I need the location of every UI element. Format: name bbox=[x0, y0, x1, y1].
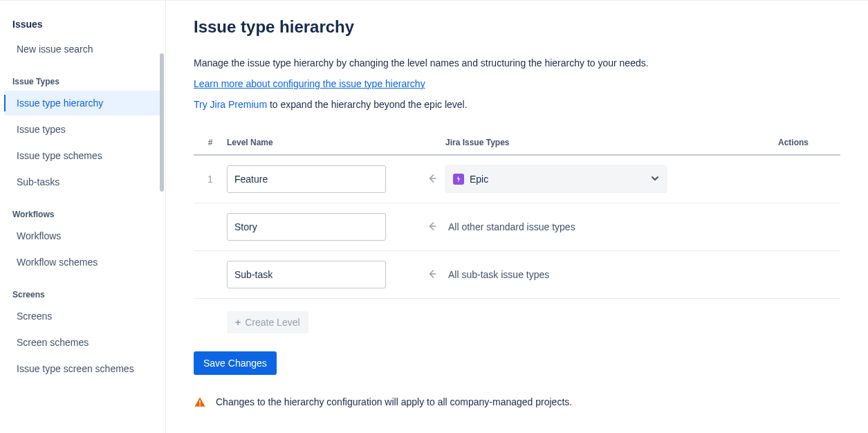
sidebar-scrollbar-thumb[interactable] bbox=[160, 53, 164, 192]
issue-type-select[interactable]: Epic bbox=[445, 165, 667, 193]
level-name-input[interactable] bbox=[227, 213, 386, 241]
create-level-label: Create Level bbox=[245, 317, 299, 328]
learn-more-link[interactable]: Learn more about configuring the issue t… bbox=[194, 78, 425, 89]
sidebar-scrollbar-track[interactable] bbox=[158, 53, 165, 433]
arrow-left-icon bbox=[425, 219, 438, 235]
level-name-input[interactable] bbox=[227, 261, 386, 288]
level-name-input[interactable] bbox=[227, 165, 386, 193]
page-title: Issue type hierarchy bbox=[194, 17, 840, 37]
sidebar-item-screens[interactable]: Screens bbox=[4, 304, 161, 329]
arrow-left-icon bbox=[425, 172, 438, 187]
sidebar-section-screens: Screens bbox=[0, 276, 165, 304]
sidebar-item-screen-schemes[interactable]: Screen schemes bbox=[4, 330, 161, 355]
hierarchy-row: All sub-task issue types bbox=[194, 251, 840, 299]
sidebar-item-workflow-schemes[interactable]: Workflow schemes bbox=[4, 250, 161, 275]
header-actions: Actions bbox=[778, 138, 840, 147]
issue-type-static-text: All sub-task issue types bbox=[445, 269, 549, 280]
svg-rect-0 bbox=[199, 400, 201, 404]
main-content: Issue type hierarchy Manage the issue ty… bbox=[166, 1, 868, 433]
sidebar-title: Issues bbox=[0, 1, 165, 37]
issue-type-static-text: All other standard issue types bbox=[445, 221, 575, 232]
sidebar-item-sub-tasks[interactable]: Sub-tasks bbox=[4, 169, 161, 194]
sidebar-item-issue-type-hierarchy[interactable]: Issue type hierarchy bbox=[4, 91, 161, 116]
hierarchy-table: # Level Name Jira Issue Types Actions 1 bbox=[194, 138, 840, 333]
sidebar-section-workflows: Workflows bbox=[0, 196, 165, 223]
header-level-name: Level Name bbox=[227, 138, 418, 147]
sidebar-item-issue-type-schemes[interactable]: Issue type schemes bbox=[4, 143, 161, 168]
sidebar-section-issue-types: Issue Types bbox=[0, 63, 165, 91]
try-premium-link[interactable]: Try Jira Premium bbox=[194, 99, 267, 110]
issue-type-select-label: Epic bbox=[470, 174, 488, 185]
arrow-left-icon bbox=[425, 267, 438, 283]
app-root: Issues New issue search Issue Types Issu… bbox=[0, 0, 868, 433]
sidebar-item-new-issue-search[interactable]: New issue search bbox=[4, 37, 161, 62]
sidebar-item-workflows[interactable]: Workflows bbox=[4, 223, 161, 248]
hierarchy-table-header: # Level Name Jira Issue Types Actions bbox=[194, 138, 840, 156]
warning-icon bbox=[194, 396, 206, 408]
hierarchy-row: All other standard issue types bbox=[194, 203, 840, 251]
epic-icon bbox=[453, 174, 464, 185]
row-index: 1 bbox=[194, 174, 227, 185]
warning-line: Changes to the hierarchy configuration w… bbox=[194, 396, 840, 408]
chevron-down-icon bbox=[651, 174, 659, 185]
plus-icon: + bbox=[235, 317, 241, 328]
save-changes-button[interactable]: Save Changes bbox=[194, 351, 277, 375]
hierarchy-row: 1 Epic bbox=[194, 156, 840, 203]
sidebar-item-issue-types[interactable]: Issue types bbox=[4, 117, 161, 142]
create-level-button[interactable]: + Create Level bbox=[227, 311, 308, 333]
intro-text: Manage the issue type hierarchy by chang… bbox=[194, 57, 840, 68]
header-index: # bbox=[194, 138, 227, 147]
header-jira-issue-types: Jira Issue Types bbox=[445, 138, 778, 147]
sidebar-item-issue-type-screen-schemes[interactable]: Issue type screen schemes bbox=[4, 356, 161, 381]
warning-text: Changes to the hierarchy configuration w… bbox=[216, 396, 572, 407]
svg-rect-1 bbox=[199, 405, 201, 406]
premium-rest: to expand the hierarchy beyond the epic … bbox=[267, 99, 468, 110]
sidebar: Issues New issue search Issue Types Issu… bbox=[0, 1, 166, 433]
